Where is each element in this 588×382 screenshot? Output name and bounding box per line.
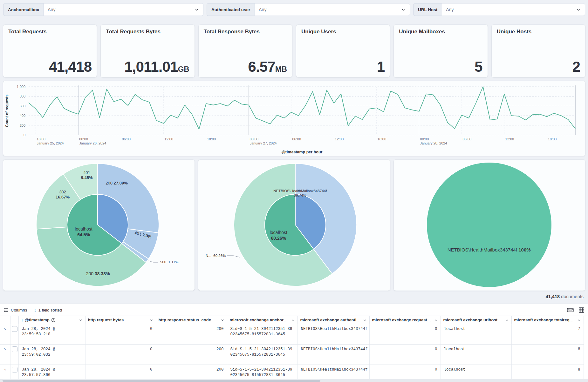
chevron-down-icon [505, 318, 509, 322]
svg-text:@timestamp per hour: @timestamp per hour [282, 150, 323, 154]
filter-url-host-value: Any [446, 7, 454, 12]
chevron-down-icon [79, 318, 83, 322]
header-authenticated[interactable]: microsoft.exchange.authenticat... [297, 316, 369, 324]
svg-text:06:00: 06:00 [122, 137, 131, 141]
filter-anchormailbox-select[interactable]: Any [44, 3, 203, 16]
urlhost-cell: localhost [441, 345, 511, 365]
select-cell[interactable] [10, 345, 18, 365]
urlhost-cell: localhost [441, 324, 511, 345]
pie-callout-label: 500 1.11% [160, 260, 178, 264]
svg-text:18:00: 18:00 [378, 137, 386, 141]
header-urlhost[interactable]: microsoft.exchange.urlhost [441, 316, 511, 324]
totalrequests-cell: 8 [511, 345, 584, 365]
header-anchormailbox[interactable]: microsoft.exchange.anchormail... [227, 316, 297, 324]
svg-text:January 27, 2024: January 27, 2024 [250, 141, 277, 145]
timestamp-cell: Jan 28, 2024 @ 23:59:02.032 [18, 345, 85, 365]
grid-toolbar: Columns ↕ 1 field sorted [0, 304, 588, 316]
request-bytes-cell: 0 [85, 324, 156, 345]
filter-url-host-select[interactable]: Any [442, 3, 585, 16]
anchormailbox-cell: Sid~S-1-5-21-3042112351-3902345675-81557… [227, 324, 297, 345]
filter-authenticated-user-select[interactable]: Any [255, 3, 410, 16]
svg-text:06:00: 06:00 [292, 137, 301, 141]
row-checkbox[interactable] [12, 326, 17, 332]
pie-slice-label: 200 27.09% [106, 181, 127, 186]
svg-text:200: 200 [20, 124, 25, 127]
header-expand [0, 316, 10, 324]
metric-unique-hosts: Unique Hosts 2 [492, 25, 585, 77]
svg-text:Count of requests: Count of requests [5, 94, 9, 127]
filter-authenticated-user-label: Authenticated user [207, 3, 255, 16]
pie-inner-label: localhost64.5% [75, 226, 92, 238]
pie-slice-label: 4019.45% [81, 170, 93, 181]
pie-charts-row: 4019.45% 200 27.09% 30216.67% localhost6… [3, 160, 585, 291]
metric-value: 6.57MB [248, 58, 287, 75]
metric-value: 5 [475, 58, 482, 75]
header-totalrequests[interactable]: microsoft.exchange.totalreques... [511, 316, 584, 324]
callout-line [227, 256, 240, 257]
user-by-urlhost-pie-panel: NETBIOS\HealthMailbox343744f39.74% local… [198, 160, 390, 291]
metric-cards-row: Total Requests 41,418 Total Requests Byt… [3, 25, 585, 77]
row-checkbox[interactable] [12, 346, 17, 352]
metric-value: 41,418 [49, 58, 92, 75]
filter-anchormailbox-value: Any [48, 7, 55, 12]
metric-title: Unique Hosts [497, 29, 580, 35]
metric-title: Total Requests [8, 29, 92, 35]
filter-anchormailbox: Anchormailbox Any [3, 3, 203, 16]
filter-anchormailbox-label: Anchormailbox [3, 3, 44, 16]
pie-slice-label: 30216.67% [56, 190, 70, 200]
scrollbar-thumb[interactable] [3, 380, 320, 382]
chevron-down-icon [149, 318, 153, 322]
user-by-urlhost-pie[interactable] [198, 160, 390, 291]
status-code-cell: 200 [156, 324, 227, 345]
anchormailbox-cell: Sid~S-1-5-21-3042112351-3902345675-81557… [227, 345, 297, 365]
svg-text:00:00: 00:00 [420, 137, 429, 141]
header-select [10, 316, 18, 324]
clock-icon [51, 318, 56, 322]
chevron-down-icon [194, 7, 199, 12]
columns-button[interactable]: Columns [4, 308, 27, 312]
horizontal-scrollbar[interactable] [0, 379, 588, 382]
metric-value: 2 [572, 58, 580, 75]
authenticated-cell: NETBIOS\HealthMailbox343744f [297, 345, 369, 365]
user-pie[interactable] [394, 160, 585, 291]
metric-title: Total Requests Bytes [106, 29, 189, 35]
status-by-urlhost-pie-panel: 4019.45% 200 27.09% 30216.67% localhost6… [3, 160, 195, 291]
chevron-down-icon [291, 318, 295, 322]
status-by-urlhost-pie[interactable] [3, 160, 195, 291]
requests-line-chart[interactable]: 02004006008001,00018:00January 25, 20240… [3, 81, 585, 156]
svg-text:1,000: 1,000 [17, 85, 25, 89]
expand-cell[interactable]: ↔ [0, 324, 10, 345]
header-status-code[interactable]: http.response.status_code [156, 316, 227, 324]
svg-text:400: 400 [20, 114, 25, 117]
select-cell[interactable] [10, 324, 18, 345]
chevron-down-icon [221, 318, 224, 322]
expand-icon: ↔ [3, 326, 7, 331]
requestbytes-cell: 0 [369, 345, 441, 365]
pie-inner-label: localhost60.26% [270, 230, 287, 241]
metric-title: Unique Users [301, 29, 385, 35]
list-icon [4, 308, 9, 312]
svg-text:18:00: 18:00 [37, 137, 45, 141]
grid-display-icon[interactable] [579, 307, 584, 313]
svg-text:12:00: 12:00 [335, 137, 344, 141]
expand-cell[interactable]: ↔ [0, 345, 10, 365]
sort-updown-icon: ↕ [34, 308, 36, 312]
svg-text:06:00: 06:00 [463, 137, 472, 141]
fields-sorted-button[interactable]: ↕ 1 field sorted [34, 308, 62, 312]
svg-text:January 26, 2024: January 26, 2024 [79, 141, 106, 145]
metric-title: Unique Mailboxes [399, 29, 482, 35]
documents-grid: Columns ↕ 1 field sorted ↓ @timestamp [0, 304, 588, 382]
header-requestbytes[interactable]: microsoft.exchange.requestbyt... [369, 316, 441, 324]
authenticated-cell: NETBIOS\HealthMailbox343744f [297, 324, 369, 345]
filter-url-host-label: URL Host [413, 3, 442, 16]
chevron-down-icon [363, 318, 367, 322]
table-row: ↔ Jan 28, 2024 @ 23:59:58.218 0 200 Sid~… [0, 324, 584, 345]
header-timestamp[interactable]: ↓ @timestamp [18, 316, 85, 324]
metric-value: 1 [377, 58, 385, 75]
chevron-down-icon [576, 7, 581, 12]
keyboard-icon[interactable] [567, 307, 574, 312]
header-request-bytes[interactable]: http.request.bytes [85, 316, 156, 324]
row-checkbox[interactable] [12, 367, 17, 372]
grid-toolbar-right [567, 307, 584, 313]
user-pie-panel: NETBIOS\HealthMailbox343744f 100% [394, 160, 585, 291]
